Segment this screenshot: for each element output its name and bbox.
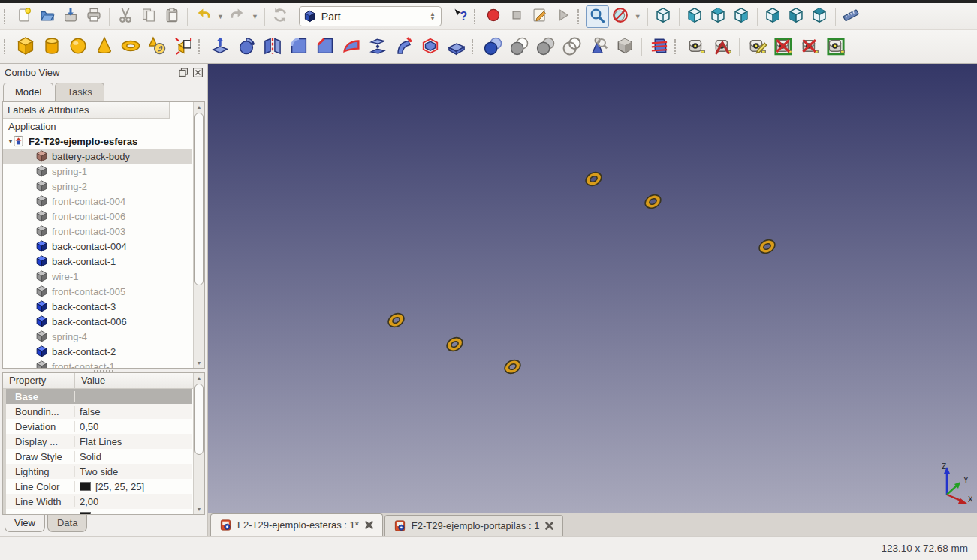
record-macro-button[interactable] (482, 5, 505, 28)
tree-application-root[interactable]: Application (3, 119, 192, 134)
primitive-sphere-button[interactable] (65, 33, 91, 60)
property-row-line-color[interactable]: Line Color[25, 25, 25] (3, 479, 192, 494)
measure-linear-button[interactable] (683, 33, 709, 60)
chamfer-button[interactable] (312, 33, 338, 60)
expander-icon[interactable]: ▼ (3, 138, 13, 145)
torus-object-2[interactable] (643, 194, 663, 209)
primitive-torus-button[interactable] (117, 33, 143, 60)
scroll-down-icon[interactable]: ▼ (194, 504, 204, 514)
boolean-cut-button[interactable] (506, 33, 532, 60)
copy-button[interactable] (137, 5, 160, 28)
property-value[interactable]: 0,50 (75, 421, 192, 432)
new-document-button[interactable] (12, 5, 35, 28)
tree-item-back-contact-2[interactable]: back-contact-2 (3, 344, 192, 359)
property-group-base[interactable]: Base (3, 389, 192, 404)
save-document-button[interactable] (59, 5, 82, 28)
tab-view[interactable]: View (5, 515, 45, 532)
view-bottom-button[interactable] (785, 5, 808, 28)
defeaturing-button[interactable] (611, 33, 638, 60)
redo-button[interactable] (226, 5, 249, 28)
property-value[interactable]: Flat Lines (75, 436, 192, 447)
sweep-button[interactable] (390, 33, 417, 60)
toolbar-drag-handle[interactable] (4, 39, 9, 54)
tree-item-spring-4[interactable]: spring-4 (3, 329, 192, 344)
cut-button[interactable] (113, 5, 137, 28)
edit-macro-button[interactable] (529, 5, 552, 28)
extrude-button[interactable] (207, 33, 233, 60)
print-button[interactable] (82, 5, 105, 28)
toolbar-drag-handle[interactable] (474, 9, 479, 24)
workbench-spinner-icon[interactable]: ▲▼ (430, 12, 437, 21)
primitive-cone-button[interactable] (91, 33, 117, 60)
toolbar-drag-handle[interactable] (4, 9, 9, 24)
tab-tasks[interactable]: Tasks (55, 83, 104, 101)
tree-item-front-contact-004[interactable]: front-contact-004 (3, 194, 192, 209)
panel-float-button[interactable] (178, 67, 188, 77)
tree-item-front-contact-003[interactable]: front-contact-003 (3, 224, 192, 239)
torus-object-6[interactable] (502, 359, 523, 375)
tree-item-spring-1[interactable]: spring-1 (3, 164, 192, 179)
loft-button[interactable] (364, 33, 390, 60)
measure-toggle-delta-button[interactable] (822, 33, 849, 60)
toolbar-drag-handle[interactable] (472, 39, 477, 54)
torus-object-5[interactable] (445, 336, 465, 352)
property-value[interactable]: false (75, 406, 192, 417)
draw-style-button[interactable] (609, 5, 632, 28)
tree-item-back-contact-004[interactable]: back-contact-004 (3, 239, 192, 254)
draw-style-dropdown-arrow-icon[interactable]: ▼ (632, 13, 644, 20)
tree-item-spring-2[interactable]: spring-2 (3, 179, 192, 194)
property-row-draw-style[interactable]: Draw StyleSolid (3, 449, 192, 464)
tree-item-front-contact-1[interactable]: front-contact-1 (3, 359, 192, 369)
measure-refresh-button[interactable] (743, 33, 770, 60)
property-value[interactable] (75, 512, 192, 515)
redo-dropdown-arrow-icon[interactable]: ▼ (249, 13, 261, 20)
whats-this-button[interactable]: ? (448, 5, 472, 28)
undo-dropdown-arrow-icon[interactable]: ▼ (215, 13, 226, 20)
revolve-button[interactable] (233, 33, 259, 60)
shape-builder-button[interactable] (170, 33, 196, 60)
measure-clear-all-button[interactable] (770, 33, 796, 60)
tree-item-battery-pack-body[interactable]: battery-pack-body (3, 149, 192, 164)
property-value[interactable]: Two side (75, 466, 192, 477)
boolean-section-button[interactable] (559, 33, 585, 60)
tab-data[interactable]: Data (47, 515, 87, 532)
boolean-common-button[interactable] (532, 33, 559, 60)
fit-all-button[interactable] (586, 5, 609, 28)
open-document-button[interactable] (35, 5, 59, 28)
property-value[interactable]: Solid (75, 451, 192, 462)
undo-button[interactable] (191, 5, 215, 28)
tree-item-front-contact-006[interactable]: front-contact-006 (3, 209, 192, 224)
close-tab-icon[interactable] (364, 520, 374, 530)
view-axonometric-button[interactable] (652, 5, 675, 28)
tree-item-wire-1[interactable]: wire-1 (3, 269, 192, 284)
toolbar-drag-handle[interactable] (577, 9, 583, 24)
property-value[interactable]: 2,00 (75, 496, 192, 507)
scroll-up-icon[interactable]: ▲ (194, 373, 204, 383)
primitive-cylinder-button[interactable] (38, 33, 65, 60)
property-row-display-[interactable]: Display ...Flat Lines (3, 434, 192, 449)
property-row-line-width[interactable]: Line Width2,00 (3, 494, 192, 509)
run-macro-button[interactable] (552, 5, 575, 28)
thickness-button[interactable] (443, 33, 469, 60)
mirror-button[interactable] (259, 33, 285, 60)
tree-document-item[interactable]: ▼F2-T29-ejemplo-esferas (3, 134, 192, 149)
tree-item-front-contact-005[interactable]: front-contact-005 (3, 284, 192, 299)
torus-object-4[interactable] (386, 312, 406, 328)
primitive-box-button[interactable] (12, 33, 38, 60)
offset-button[interactable] (417, 33, 443, 60)
property-row-boundin-[interactable]: Boundin...false (3, 404, 192, 419)
view-right-button[interactable] (730, 5, 753, 28)
tree-item-back-contact-006[interactable]: back-contact-006 (3, 314, 192, 329)
refresh-button[interactable] (269, 5, 292, 28)
property-scrollbar[interactable]: ▲ ▼ (193, 373, 204, 514)
tree-item-back-contact-1[interactable]: back-contact-1 (3, 254, 192, 269)
scroll-down-icon[interactable]: ▼ (194, 358, 204, 368)
document-tab-2[interactable]: F2-T29-ejemplo-portapilas : 1 (384, 515, 564, 536)
property-value[interactable]: [25, 25, 25] (75, 481, 192, 492)
workbench-selector[interactable]: Part▲▼ (299, 6, 442, 26)
tree-scroll-thumb[interactable] (194, 113, 204, 285)
measure-toggle-3d-button[interactable] (796, 33, 822, 60)
torus-object-3[interactable] (757, 239, 777, 254)
view-top-button[interactable] (707, 5, 730, 28)
toolbar-drag-handle[interactable] (674, 39, 680, 54)
